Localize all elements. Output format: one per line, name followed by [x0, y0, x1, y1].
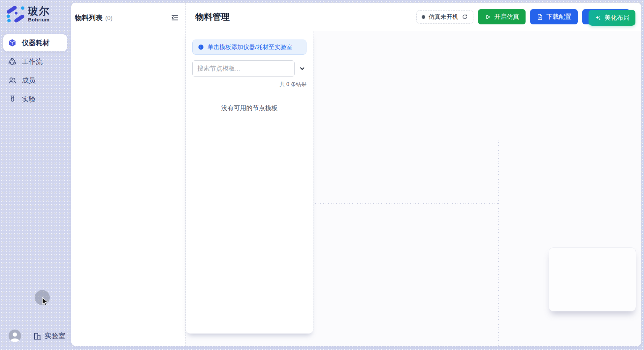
sidebar-item-instruments[interactable]: 仪器耗材 — [3, 34, 67, 51]
canvas-gridline-vertical — [498, 140, 499, 346]
sim-status-pill[interactable]: 仿真未开机 — [416, 10, 473, 24]
bohrium-logo-icon — [6, 6, 25, 22]
page-title: 物料管理 — [195, 11, 230, 23]
status-dot-icon — [422, 15, 425, 19]
material-list-panel: 物料列表(0) — [71, 3, 186, 346]
sidebar-item-experiments[interactable]: 实验 — [3, 91, 67, 108]
beautify-layout-label: 美化布局 — [604, 14, 629, 22]
template-search-input[interactable] — [192, 60, 295, 77]
sidebar-footer: 实验室 — [9, 330, 65, 342]
result-count: 共 0 条结果 — [186, 81, 313, 88]
material-list-header: 物料列表(0) — [71, 3, 185, 33]
start-sim-button[interactable]: 开启仿真 — [478, 9, 526, 24]
building-icon — [33, 332, 42, 340]
lab-label: 实验室 — [45, 331, 65, 340]
info-banner: 单击模板添加仪器/耗材至实验室 — [192, 40, 306, 55]
sparkles-icon — [595, 15, 601, 21]
beautify-layout-button[interactable]: 美化布局 — [589, 10, 635, 26]
empty-state-text: 没有可用的节点模板 — [186, 104, 313, 112]
collapse-icon — [171, 14, 179, 22]
chevron-down-icon — [299, 65, 306, 72]
material-list-title: 物料列表 — [75, 14, 103, 21]
sidebar-item-workflow[interactable]: 工作流 — [3, 53, 67, 70]
download-config-label: 下载配置 — [546, 13, 571, 21]
info-icon — [198, 44, 204, 50]
start-sim-label: 开启仿真 — [494, 13, 519, 21]
collapse-templates-button[interactable] — [298, 64, 306, 73]
material-list-count: (0) — [105, 15, 113, 21]
mouse-cursor — [42, 297, 49, 307]
sidebar-item-label: 仪器耗材 — [22, 38, 49, 47]
sim-status-text: 仿真未开机 — [429, 13, 458, 21]
page: { "brand": { "name_zh": "玻尔", "name_en":… — [0, 0, 644, 350]
template-panel: 单击模板添加仪器/耗材至实验室 共 0 条结果 没有可用的节点模板 — [186, 31, 313, 334]
template-search-row — [192, 60, 306, 77]
brand-name-zh: 玻尔 — [28, 6, 50, 17]
sidebar-item-label: 工作流 — [22, 57, 43, 66]
play-icon — [484, 14, 491, 20]
members-icon — [8, 76, 16, 85]
sidebar-item-members[interactable]: 成员 — [3, 72, 67, 89]
workflow-icon — [8, 57, 16, 66]
sidebar-nav: 仪器耗材 工作流 成员 — [3, 34, 67, 109]
collapse-panel-button[interactable] — [170, 13, 180, 23]
minimap[interactable] — [549, 248, 636, 311]
info-banner-text: 单击模板添加仪器/耗材至实验室 — [208, 43, 292, 51]
download-config-button[interactable]: 下载配置 — [530, 9, 578, 24]
experiment-icon — [8, 95, 16, 103]
brand: 玻尔 Bohrium — [6, 6, 50, 22]
refresh-icon[interactable] — [462, 14, 468, 20]
lab-button[interactable]: 实验室 — [33, 331, 65, 340]
avatar[interactable] — [9, 330, 21, 342]
brand-name-en: Bohrium — [28, 17, 50, 22]
cube-icon — [8, 39, 16, 47]
sidebar-item-label: 成员 — [22, 76, 36, 85]
sidebar-item-label: 实验 — [22, 95, 36, 104]
canvas[interactable]: 物料管理 仿真未开机 — [186, 3, 641, 346]
file-download-icon — [536, 14, 543, 20]
main-container: 物料列表(0) 物料管理 — [71, 3, 641, 346]
canvas-header: 物料管理 仿真未开机 — [186, 3, 641, 31]
